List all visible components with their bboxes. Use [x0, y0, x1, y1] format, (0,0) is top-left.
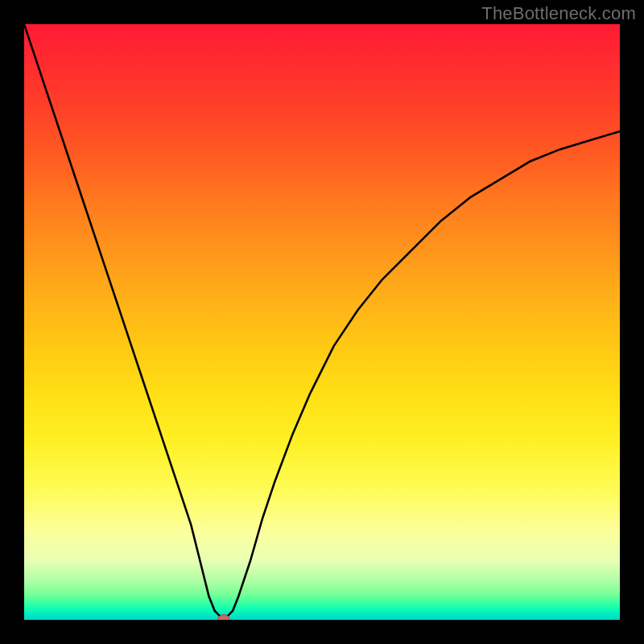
chart-plot-area — [24, 24, 620, 620]
bottleneck-curve — [24, 24, 620, 619]
chart-frame: TheBottleneck.com — [0, 0, 644, 644]
bottleneck-marker — [218, 615, 229, 620]
watermark-text: TheBottleneck.com — [481, 3, 636, 24]
chart-svg — [24, 24, 620, 620]
